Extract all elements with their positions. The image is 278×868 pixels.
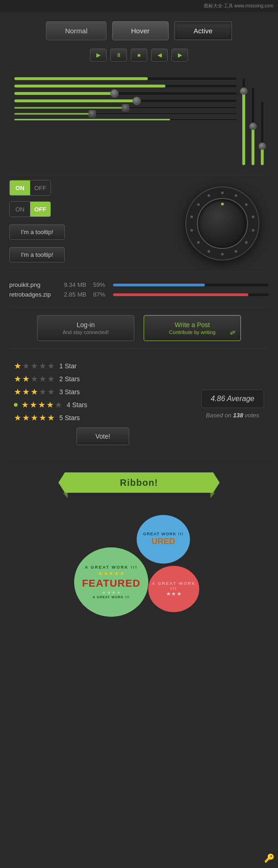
ribbon-body: Ribbon! — [65, 472, 213, 493]
sliders-section — [0, 68, 278, 175]
star-filled: ★ — [14, 374, 21, 384]
knob-indicator — [221, 203, 224, 205]
v-slider-thumb-3 — [259, 143, 266, 150]
slider-track-6[interactable] — [14, 112, 237, 115]
v-slider-3 — [260, 73, 264, 166]
toggle-2[interactable]: ON OFF — [9, 201, 51, 217]
vertical-sliders — [242, 73, 264, 170]
file-1-size: 9.34 MB — [64, 281, 89, 288]
vote-button[interactable]: Vote! — [76, 428, 129, 445]
slider-7 — [14, 118, 237, 121]
svg-point-4 — [252, 229, 254, 232]
ribbon: Ribbon! — [65, 469, 213, 496]
slider-thumb-3 — [110, 89, 119, 98]
slider-2 — [14, 84, 237, 88]
star-row-2: ★ ★ ★ ★ ★ 2 Stars — [14, 374, 192, 384]
slider-track-3[interactable] — [14, 92, 237, 95]
star-row-2-label: 2 Stars — [59, 375, 80, 383]
toggle-2-off[interactable]: OFF — [30, 202, 51, 217]
button-row: Normal Hover Active — [0, 12, 278, 47]
star-empty: ★ — [55, 400, 62, 410]
slider-thumb-4 — [133, 97, 141, 105]
toggle-1-on[interactable]: ON — [10, 180, 30, 195]
toggles-column: ON OFF ON OFF I'm a tooltip! I'm a toolt… — [9, 180, 176, 262]
badges-section: A GREAT WORK !!! ★ ★ ★ GREAT WORK !!! UR… — [0, 506, 278, 640]
v-slider-track-3[interactable] — [260, 101, 264, 166]
active-button[interactable]: Active — [174, 21, 232, 40]
slider-6 — [14, 112, 237, 115]
v-slider-thumb-2 — [249, 123, 257, 130]
slider-3 — [14, 92, 237, 95]
ribbon-right-fold — [210, 493, 215, 498]
svg-point-8 — [208, 250, 210, 253]
slider-track-5[interactable] — [14, 106, 237, 109]
stars-4[interactable]: ★ ★ ★ ★ ★ — [21, 400, 62, 410]
slider-1 — [14, 77, 237, 81]
slider-fill-4 — [14, 99, 137, 102]
file-1-pct: 59% — [93, 281, 109, 288]
toggle-1[interactable]: ON OFF — [9, 180, 51, 196]
login-label: Log-in — [77, 321, 95, 329]
toggle-area: ON OFF ON OFF I'm a tooltip! I'm a toolt… — [0, 175, 278, 272]
v-slider-fill-1 — [242, 91, 245, 165]
slider-track-4[interactable] — [14, 99, 237, 103]
action-buttons: Log-in And stay connected! 🔑 Write a Pos… — [0, 308, 278, 348]
toggle-1-off[interactable]: OFF — [30, 180, 51, 195]
stars-1[interactable]: ★ ★ ★ ★ ★ — [14, 361, 55, 371]
star-row-4: ★ ★ ★ ★ ★ 4 Stars — [14, 400, 192, 410]
star-filled: ★ — [22, 387, 30, 397]
file-row-2: retrobadges.zip 2.85 MB 87% — [9, 291, 269, 298]
star-empty: ★ — [47, 361, 55, 371]
knob-area — [176, 180, 269, 262]
pause-button[interactable]: ⏸ — [110, 49, 127, 62]
star-empty: ★ — [31, 374, 38, 384]
average-badge: 4.86 Average — [201, 390, 264, 408]
v-slider-thumb-1 — [240, 87, 247, 95]
write-button[interactable]: Write a Post Contribute by writing ✏ — [144, 315, 241, 341]
slider-track-7[interactable] — [14, 118, 237, 121]
slider-fill-7 — [14, 119, 170, 120]
star-filled: ★ — [47, 413, 55, 423]
star-row-1-label: 1 Star — [59, 362, 76, 370]
knob[interactable] — [185, 186, 259, 260]
login-button[interactable]: Log-in And stay connected! 🔑 — [37, 315, 134, 341]
next-button[interactable]: ▶ — [171, 49, 188, 62]
featured-text: FEATURED — [82, 577, 140, 589]
toggle-2-on[interactable]: ON — [10, 202, 30, 217]
prev-button[interactable]: ◀ — [151, 49, 168, 62]
svg-point-10 — [190, 229, 193, 232]
play-button[interactable]: ▶ — [90, 49, 107, 62]
svg-point-9 — [197, 241, 200, 244]
files-section: prouikit.png 9.34 MB 59% retrobadges.zip… — [0, 272, 278, 307]
v-slider-2 — [251, 73, 255, 166]
votes-label: Based on — [206, 412, 231, 419]
write-label: Write a Post — [175, 321, 210, 329]
tooltip-btn-1[interactable]: I'm a tooltip! — [9, 224, 65, 240]
star-filled: ★ — [14, 361, 21, 371]
star-filled: ★ — [22, 413, 30, 423]
star-filled: ★ — [31, 413, 38, 423]
tooltip-btn-2[interactable]: I'm a tooltip! — [9, 247, 65, 262]
star-filled: ★ — [46, 400, 54, 410]
star-empty: ★ — [22, 361, 30, 371]
slider-fill-2 — [14, 85, 165, 87]
stop-button[interactable]: ■ — [131, 49, 147, 62]
svg-point-1 — [234, 194, 237, 197]
stars-2[interactable]: ★ ★ ★ ★ ★ — [14, 374, 55, 384]
header: 图标大全·工具 www.missxing.com — [0, 0, 278, 12]
star-filled: ★ — [38, 400, 45, 410]
horizontal-sliders — [14, 73, 237, 170]
hover-button[interactable]: Hover — [112, 21, 169, 40]
normal-button[interactable]: Normal — [46, 21, 106, 40]
star-filled: ★ — [30, 400, 37, 410]
v-slider-track-2[interactable] — [251, 87, 255, 166]
file-2-name: retrobadges.zip — [9, 291, 60, 298]
slider-fill-3 — [14, 92, 114, 95]
stars-3[interactable]: ★ ★ ★ ★ ★ — [14, 387, 55, 397]
v-slider-track-1[interactable] — [242, 78, 246, 166]
stars-5[interactable]: ★ ★ ★ ★ ★ — [14, 413, 55, 423]
slider-track-1[interactable] — [14, 77, 237, 81]
file-2-fill — [113, 293, 248, 296]
slider-track-2[interactable] — [14, 84, 237, 88]
star-empty: ★ — [39, 387, 46, 397]
